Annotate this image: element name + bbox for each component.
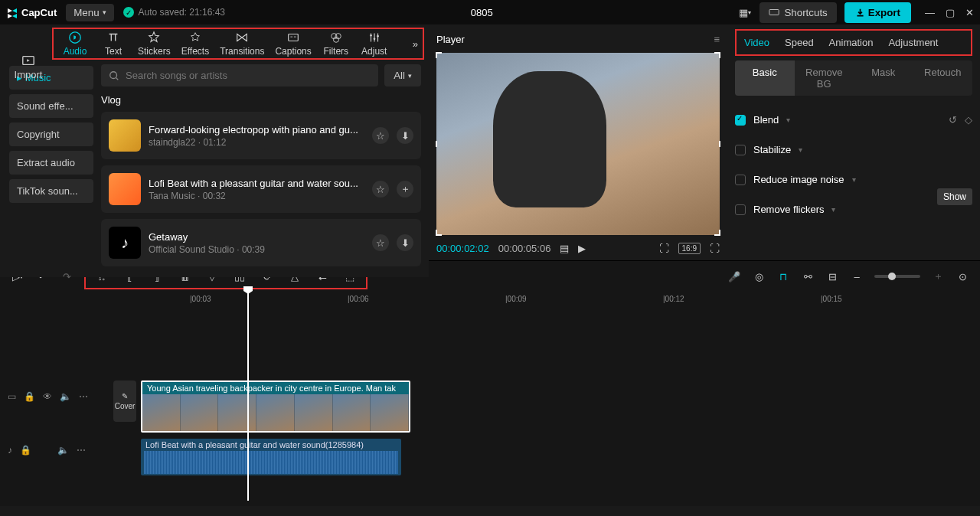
snap-icon[interactable]: ⊟ <box>825 269 839 283</box>
timeline-ruler[interactable]: |00:03 |00:06 |00:09 |00:12 |00:15 <box>0 292 980 307</box>
magnet-icon[interactable]: ⊓ <box>776 269 790 283</box>
reset-icon[interactable]: ↺ <box>949 114 957 126</box>
track-more-icon[interactable]: ⋯ <box>79 391 88 402</box>
track-more-icon[interactable]: ⋯ <box>77 445 86 456</box>
minimize-icon[interactable]: — <box>925 7 935 18</box>
remove-flickers-checkbox[interactable] <box>735 204 746 215</box>
download-icon[interactable]: ⬇ <box>397 234 413 251</box>
tab-adjust[interactable]: Adjust <box>358 29 391 58</box>
track-meta: staindgla22 · 01:12 <box>149 137 364 148</box>
tab-import[interactable]: Import <box>6 54 51 80</box>
track-meta: Official Sound Studio · 00:39 <box>149 244 364 255</box>
menu-button[interactable]: Menu ▾ <box>66 4 113 21</box>
reduce-noise-label: Reduce image noise <box>753 174 844 185</box>
track-eye-icon[interactable]: 👁 <box>43 391 52 402</box>
section-title: Vlog <box>101 94 421 106</box>
reduce-noise-checkbox[interactable] <box>735 175 746 185</box>
chevron-down-icon[interactable]: ▾ <box>831 205 835 214</box>
time-current: 00:00:02:02 <box>436 243 489 254</box>
fit-icon[interactable]: ⊙ <box>956 269 969 283</box>
track-lock-icon[interactable]: 🔒 <box>20 445 31 456</box>
inspector-tab-video[interactable]: Video <box>744 37 769 48</box>
close-icon[interactable]: ✕ <box>965 7 974 18</box>
audio-sidebar: ▸ Music Sound effe... Copyright Extract … <box>9 61 93 273</box>
subtab-basic[interactable]: Basic <box>735 60 795 96</box>
track-item[interactable]: ♪ Getaway Official Sound Studio · 00:39 … <box>101 219 421 266</box>
track-toggle-icon[interactable]: ◎ <box>752 269 766 283</box>
chevron-down-icon[interactable]: ▾ <box>799 145 802 154</box>
sidebar-item-extract-audio[interactable]: Extract audio <box>9 151 93 175</box>
chevron-down-icon[interactable]: ▾ <box>786 116 790 124</box>
app-logo: CapCut <box>6 6 57 18</box>
tab-filters[interactable]: Filters <box>319 29 353 58</box>
track-mute-icon[interactable]: 🔈 <box>60 391 71 402</box>
search-input[interactable] <box>126 70 371 81</box>
tab-captions[interactable]: Captions <box>272 29 314 58</box>
favorite-icon[interactable]: ☆ <box>372 127 389 144</box>
track-thumb: ♪ <box>109 227 141 259</box>
sidebar-item-tiktok-sounds[interactable]: TikTok soun... <box>9 179 93 203</box>
shortcuts-button[interactable]: Shortcuts <box>760 2 836 23</box>
subtab-remove-bg[interactable]: Remove BG <box>795 60 854 96</box>
blend-label: Blend <box>753 114 779 126</box>
zoom-in-icon[interactable]: ＋ <box>931 269 945 283</box>
subtab-retouch[interactable]: Retouch <box>913 60 973 96</box>
stabilize-checkbox[interactable] <box>735 145 746 155</box>
download-icon[interactable]: ⬇ <box>397 127 413 144</box>
favorite-icon[interactable]: ☆ <box>372 234 389 251</box>
audio-clip[interactable]: Lofi Beat with a pleasant guitar and wat… <box>141 439 401 475</box>
inspector-tab-speed[interactable]: Speed <box>785 37 814 48</box>
tab-stickers[interactable]: Stickers <box>135 29 174 58</box>
inspector-tab-animation[interactable]: Animation <box>829 37 874 48</box>
more-tabs-icon[interactable]: » <box>413 38 418 50</box>
video-preview[interactable] <box>436 53 720 235</box>
cover-button[interactable]: ✎ Cover <box>113 380 136 422</box>
list-icon[interactable]: ▤ <box>560 243 569 254</box>
tab-effects[interactable]: Effects <box>178 29 212 58</box>
maximize-icon[interactable]: ▢ <box>946 7 955 18</box>
layout-icon[interactable]: ▦▾ <box>738 5 752 19</box>
zoom-out-icon[interactable]: – <box>850 269 864 283</box>
autosave-status: ✓ Auto saved: 21:16:43 <box>123 7 225 18</box>
link-icon[interactable]: ⚯ <box>801 269 815 283</box>
mic-icon[interactable]: 🎤 <box>727 269 741 283</box>
video-clip[interactable]: Young Asian traveling backpacker in city… <box>141 380 410 433</box>
inspector-tab-adjustment[interactable]: Adjustment <box>888 37 938 48</box>
tab-audio[interactable]: Audio <box>58 29 92 58</box>
scale-icon[interactable]: ⛶ <box>659 243 669 254</box>
redo-icon[interactable]: ↷ <box>60 269 74 283</box>
fullscreen-icon[interactable]: ⛶ <box>710 243 720 254</box>
track-mute-icon[interactable]: 🔈 <box>57 445 69 456</box>
blend-checkbox[interactable] <box>735 115 746 126</box>
time-total: 00:00:05:06 <box>498 243 551 254</box>
track-lock-icon[interactable]: 🔒 <box>24 391 35 402</box>
keyframe-icon[interactable]: ◇ <box>965 114 972 126</box>
filter-all-button[interactable]: All ▾ <box>384 64 421 87</box>
track-title: Lofi Beat with a pleasant guitar and wat… <box>149 178 364 189</box>
chevron-down-icon[interactable]: ▾ <box>852 175 856 184</box>
export-button[interactable]: Export <box>844 2 911 23</box>
search-input-wrap[interactable] <box>101 64 378 87</box>
favorite-icon[interactable]: ☆ <box>372 181 389 198</box>
track-thumb <box>109 173 141 205</box>
player-menu-icon[interactable]: ≡ <box>714 34 720 45</box>
add-icon[interactable]: ＋ <box>397 181 413 198</box>
zoom-slider[interactable] <box>874 275 920 278</box>
tab-text[interactable]: Text <box>96 29 130 58</box>
track-item[interactable]: Lofi Beat with a pleasant guitar and wat… <box>101 165 421 213</box>
playhead[interactable] <box>247 291 249 501</box>
tab-transitions[interactable]: Transitions <box>217 29 267 58</box>
svg-point-10 <box>110 71 117 78</box>
sidebar-item-sound-effects[interactable]: Sound effe... <box>9 94 93 118</box>
play-icon[interactable]: ▶ <box>578 243 586 254</box>
waveform <box>144 451 398 474</box>
track-item[interactable]: Forward-looking electropop with piano an… <box>101 112 421 159</box>
svg-point-7 <box>370 34 372 37</box>
aspect-ratio[interactable]: 16:9 <box>678 243 701 254</box>
subtab-mask[interactable]: Mask <box>854 60 913 96</box>
track-audio-icon[interactable]: ♪ <box>8 445 12 456</box>
sidebar-item-copyright[interactable]: Copyright <box>9 122 93 146</box>
remove-flickers-label: Remove flickers <box>753 204 824 215</box>
track-visibility-icon[interactable]: ▭ <box>8 391 16 402</box>
track-title: Getaway <box>149 231 364 243</box>
